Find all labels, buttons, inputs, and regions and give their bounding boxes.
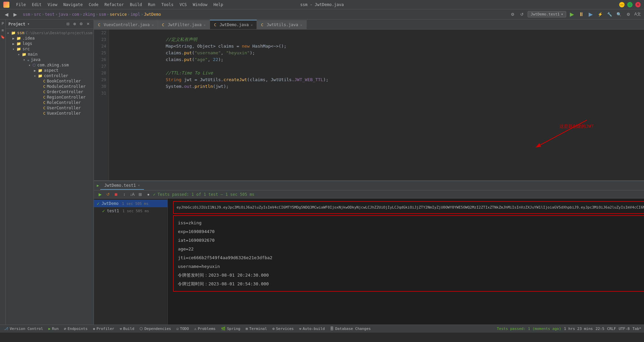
expand-all-btn[interactable]: ⊞ [137, 191, 144, 198]
tree-item-logs[interactable]: ▶ 📁 logs [6, 41, 94, 46]
tree-item-comzking[interactable]: ▾ ⬡ com.zking.ssm [6, 62, 94, 68]
status-indent[interactable]: Tab* [633, 327, 642, 331]
tab-jwtfilter[interactable]: C JwtFilter.java ✕ [158, 20, 210, 29]
nav-settings-icon[interactable]: 🔧 [606, 11, 613, 18]
structure-icon[interactable]: ≡ [0, 27, 5, 33]
tab-jwtfilter-close[interactable]: ✕ [204, 23, 206, 27]
minimize-button[interactable]: — [619, 2, 625, 7]
breadcrumb-ssm2[interactable]: ssm [99, 12, 106, 17]
status-encoding[interactable]: UTF-8 [619, 327, 630, 331]
menu-tools[interactable]: Tools [159, 1, 176, 8]
run-button[interactable]: ▶ [568, 11, 576, 18]
tree-item-aspect[interactable]: ▶ 📁 aspect [6, 68, 94, 73]
menu-help[interactable]: Help [211, 1, 226, 8]
menu-window[interactable]: Window [190, 1, 210, 8]
terminal-status[interactable]: ⊞ Terminal [244, 327, 268, 331]
sort-duration-btn[interactable]: ↕ [121, 191, 127, 198]
menu-run[interactable]: Run [145, 1, 158, 8]
problems-status[interactable]: ⚠ Problems [193, 327, 217, 331]
tab-jwtdemo[interactable]: C JwtDemo.java ✕ [210, 20, 257, 29]
tree-item-OrderController[interactable]: C OrderController [6, 89, 94, 95]
build-status[interactable]: ⚒ Build [118, 327, 136, 331]
bottom-tab-run[interactable]: JwtDemo.test1 ✕ [100, 182, 144, 190]
breadcrumb-java[interactable]: java [58, 12, 68, 17]
version-control-status[interactable]: ⎇ Version Control [3, 327, 44, 331]
services-status[interactable]: ⚙ Services [271, 327, 295, 331]
close-button[interactable]: ✕ [635, 2, 641, 7]
menu-vcs[interactable]: VCS [177, 1, 190, 8]
tree-item-controller[interactable]: ▾ 📁 controller [6, 73, 94, 78]
collapse-all-btn[interactable]: ⊟ [65, 21, 71, 27]
nav-icon-btn-2[interactable]: ↺ [518, 11, 526, 18]
tab-jwtdemo-close[interactable]: ✕ [251, 23, 253, 27]
tree-item-UserController[interactable]: C UserController [6, 105, 94, 111]
breadcrumb-impl[interactable]: impl [130, 12, 140, 17]
breadcrumb-com[interactable]: com [72, 12, 79, 17]
nav-forward-button[interactable]: ▶ [11, 11, 19, 18]
bottom-tab-run-close[interactable]: ✕ [138, 183, 140, 187]
tree-item-main[interactable]: ▾ 📁 main [6, 52, 94, 57]
menu-edit[interactable]: Edit [29, 1, 44, 8]
coverage-button[interactable]: ▶ [587, 11, 594, 18]
status-position[interactable]: 22:5 [595, 327, 604, 331]
close-panel-btn[interactable]: ✕ [85, 21, 91, 27]
breadcrumb-current[interactable]: JwtDemo [144, 12, 161, 17]
auto-build-status[interactable]: ⚒ Auto-build [298, 327, 326, 331]
tree-item-src[interactable]: ▾ 📁 src [6, 46, 94, 52]
menu-view[interactable]: View [45, 1, 60, 8]
nav-back-button[interactable]: ◀ [3, 11, 10, 18]
locate-btn[interactable]: ⊕ [71, 21, 77, 27]
project-icon[interactable]: P [0, 21, 5, 26]
spring-status[interactable]: 🌿 Spring [220, 327, 242, 331]
endpoints-status[interactable]: ⌀ Endpoints [63, 327, 89, 331]
tree-item-RoleController[interactable]: C RoleController [6, 100, 94, 105]
stop-btn[interactable]: ⏹ [113, 191, 119, 198]
nav-icon-btn-1[interactable]: ⚙ [509, 11, 516, 18]
tree-item-BookController[interactable]: C BookController [6, 78, 94, 84]
gear-btn[interactable]: ⚙ [78, 21, 84, 27]
menu-code[interactable]: Code [86, 1, 101, 8]
tree-item-RegionController[interactable]: C RegionController [6, 95, 94, 100]
menu-file[interactable]: File [13, 1, 29, 8]
db-changes-status[interactable]: 🗄 Database Changes [329, 327, 372, 331]
tab-vuex-close[interactable]: ✕ [152, 23, 154, 27]
tree-item-root[interactable]: ▾ 📁 ssm C:\Users\a\Desktop\project\ssm [6, 30, 94, 36]
test-item-jwtdemo[interactable]: ✓ JwtDemo 1 sec 505 ms [94, 200, 167, 207]
menu-build[interactable]: Build [127, 1, 145, 8]
test-item-test1[interactable]: ✓ test1 1 sec 505 ms [94, 207, 167, 215]
tree-item-idea[interactable]: ▶ 📁 .idea [6, 36, 94, 41]
menu-navigate[interactable]: Navigate [61, 1, 86, 8]
code-content[interactable]: //定义私有声明 Map<String, Object> claims = ne… [109, 30, 644, 180]
profile-button[interactable]: ⚡ [596, 11, 604, 18]
tab-vuexcontroller[interactable]: C VuexController.java ✕ [94, 20, 158, 29]
breadcrumb-zking[interactable]: zking [83, 12, 95, 17]
run-failed-btn[interactable]: ↺ [105, 191, 111, 198]
nav-gear-icon[interactable]: ⚙ [625, 11, 632, 18]
tree-item-VuexController[interactable]: C VuexController [6, 111, 94, 116]
run-status[interactable]: ▶ Run [47, 327, 60, 331]
profiler-status[interactable]: ◈ Profiler [92, 327, 116, 331]
nav-search-icon[interactable]: 🔍 [615, 11, 623, 18]
todo-status[interactable]: ☑ TODO [175, 327, 190, 331]
bookmark-icon[interactable]: 🔖 [0, 34, 5, 40]
debug-button[interactable]: ⏸ [578, 11, 585, 18]
tree-item-java[interactable]: ▾ ☕ java [6, 57, 94, 62]
dependencies-status[interactable]: ⬡ Dependencies [138, 327, 172, 331]
tab-jwtutils-close[interactable]: ✕ [300, 23, 302, 27]
rerun-btn[interactable]: ▶ [97, 191, 103, 198]
breadcrumb-src[interactable]: src [34, 12, 41, 17]
tab-jwtutils[interactable]: C JwtUtils.java ✕ [257, 20, 307, 29]
show-passed-btn[interactable]: ● [145, 191, 152, 198]
translate-btn[interactable]: A文 [634, 11, 641, 18]
breadcrumb-service[interactable]: service [110, 12, 127, 17]
maximize-button[interactable]: □ [627, 2, 633, 7]
sort-alpha-btn[interactable]: ↓A [129, 191, 136, 198]
breadcrumb-test[interactable]: test [45, 12, 55, 17]
menu-refactor[interactable]: Refactor [102, 1, 126, 8]
tree-item-ModuleController[interactable]: C ModuleController [6, 84, 94, 89]
db-changes-label: Database Changes [335, 327, 371, 331]
breadcrumb-ssm[interactable]: ssm [23, 12, 30, 17]
project-dropdown-icon[interactable]: ▾ [28, 22, 30, 26]
status-crlf[interactable]: CRLF [607, 327, 616, 331]
run-config-selector[interactable]: JwtDemo.test1 ▾ [528, 11, 566, 17]
